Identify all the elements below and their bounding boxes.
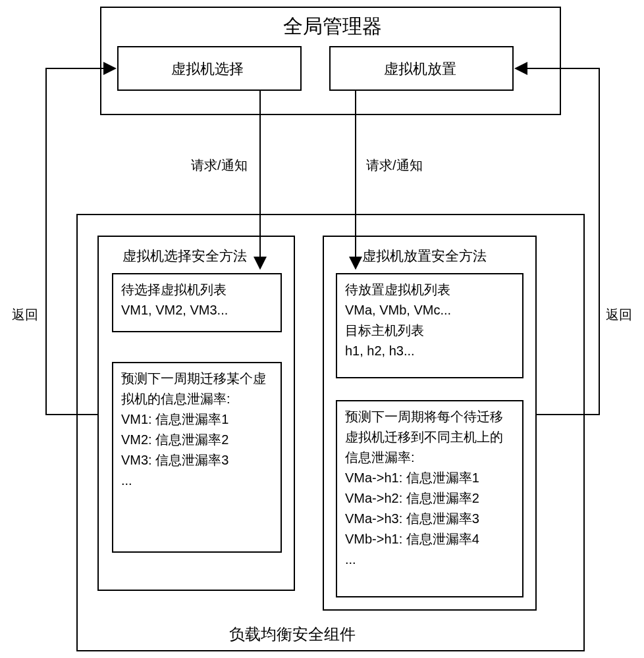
diagram-arrows xyxy=(0,0,644,658)
